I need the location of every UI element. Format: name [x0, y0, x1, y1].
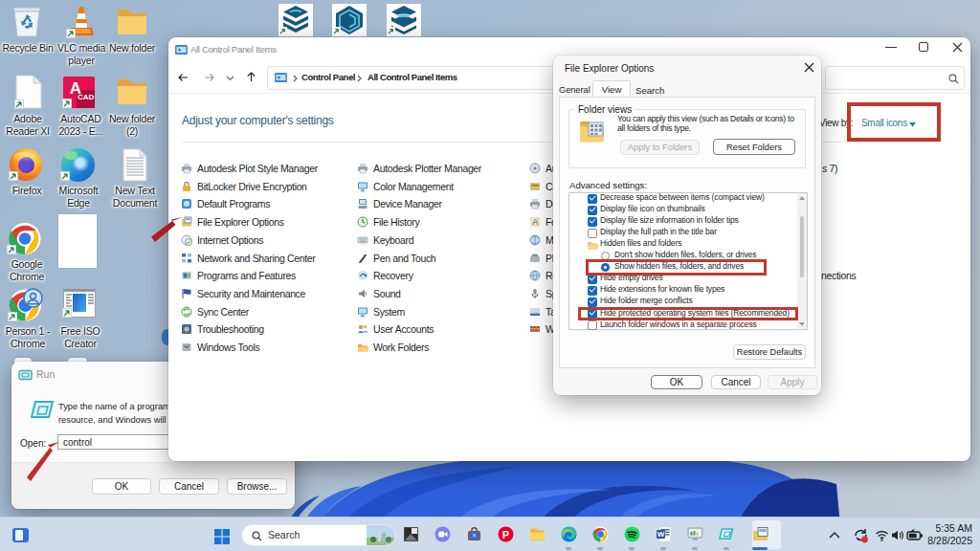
- svg-text:A: A: [532, 217, 538, 227]
- svg-text:W: W: [657, 530, 664, 539]
- svg-text:P: P: [501, 529, 508, 540]
